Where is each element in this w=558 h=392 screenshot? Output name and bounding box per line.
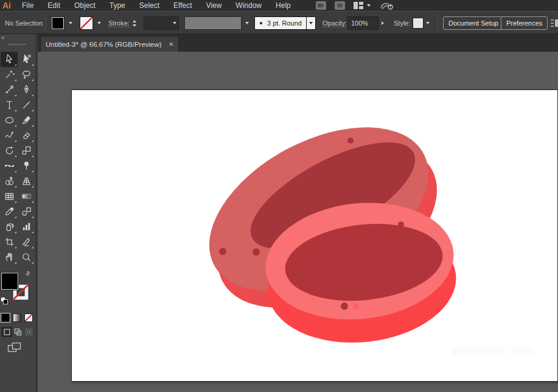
tool-mesh[interactable] [1, 189, 18, 204]
tool-magic-wand[interactable] [1, 67, 18, 82]
opacity-expand-button[interactable] [378, 16, 386, 30]
none-diagonal-icon [80, 17, 92, 29]
preferences-button[interactable]: Preferences [501, 16, 548, 30]
opacity-field[interactable]: 100% [347, 16, 378, 30]
menu-item-type[interactable]: Type [110, 1, 125, 10]
color-mode-button[interactable] [1, 313, 10, 322]
app-logo: Ai [2, 1, 18, 10]
tool-column-graph[interactable] [18, 219, 35, 234]
flyout-indicator [32, 201, 33, 203]
stroke-color-dropdown[interactable] [95, 16, 103, 30]
front-blood-cell-dot[interactable] [398, 222, 404, 228]
tool-shape-builder[interactable] [1, 173, 18, 189]
brush-dropdown-chevron[interactable] [307, 16, 316, 30]
blood-cells-artwork[interactable] [72, 90, 558, 382]
width-profile-dropdown[interactable] [184, 16, 242, 30]
draw-normal-button[interactable] [1, 327, 12, 337]
tool-selection[interactable] [1, 52, 18, 67]
none-diagonal-icon [24, 313, 33, 322]
tool-eraser[interactable] [18, 128, 35, 143]
tool-line-segment[interactable] [18, 97, 35, 113]
tool-lasso[interactable] [18, 67, 35, 82]
workspace-switcher[interactable] [354, 2, 371, 9]
menu-item-help[interactable]: Help [276, 1, 291, 10]
tool-blend[interactable] [18, 204, 35, 219]
tool-perspective-grid[interactable] [18, 173, 35, 189]
fill-swatch-control[interactable] [1, 273, 18, 290]
sync-settings-button[interactable] [379, 1, 394, 10]
panel-drag-grip[interactable] [9, 44, 26, 46]
tool-hand[interactable] [1, 250, 18, 265]
menu-item-file[interactable]: File [22, 1, 33, 10]
stroke-weight-field[interactable] [144, 16, 179, 30]
curvature-tool-icon [21, 84, 32, 96]
menu-item-select[interactable]: Select [139, 1, 159, 10]
chevron-down-icon [69, 22, 72, 24]
selection-tool-icon [4, 54, 15, 65]
brush-name: 3 pt. Round [267, 19, 302, 27]
tool-gradient[interactable] [18, 189, 35, 204]
back-blood-cell-dot[interactable] [347, 138, 354, 144]
menu-item-edit[interactable]: Edit [47, 1, 60, 10]
tool-symbol-sprayer[interactable] [1, 219, 18, 234]
line-segment-tool-icon [21, 99, 32, 111]
back-blood-cell-dot[interactable] [253, 248, 260, 256]
front-blood-cell-dot[interactable] [341, 303, 348, 310]
stroke-color-swatch[interactable] [80, 16, 93, 30]
tool-width[interactable] [1, 158, 18, 173]
tool-zoom[interactable] [18, 250, 35, 265]
back-blood-cell-dot[interactable] [219, 248, 226, 255]
opacity-label[interactable]: Opacity: [323, 19, 347, 27]
tool-scale[interactable] [18, 143, 35, 158]
stroke-weight-label[interactable]: Stroke: [108, 19, 130, 27]
tool-artboard[interactable] [1, 234, 18, 250]
swirl-power-icon [379, 1, 394, 10]
bridge-button[interactable]: Br [316, 1, 326, 10]
fill-color-swatch[interactable] [51, 16, 65, 30]
draw-behind-button[interactable] [12, 327, 23, 337]
style-dropdown-chevron[interactable] [424, 16, 431, 30]
front-blood-cell-dot[interactable] [353, 304, 359, 310]
style-swatch[interactable] [413, 18, 424, 29]
none-mode-button[interactable] [24, 313, 33, 322]
document-setup-button[interactable]: Document Setup [443, 16, 504, 30]
rotate-tool-icon [4, 145, 15, 156]
tool-pen[interactable] [1, 82, 18, 97]
gradient-mode-button[interactable] [13, 313, 21, 322]
style-label: Style: [394, 19, 411, 27]
scale-tool-icon [21, 145, 32, 156]
document-tab[interactable]: Untitled-3* @ 66.67% (RGB/Preview) × [40, 36, 179, 52]
tool-rotate[interactable] [1, 143, 18, 158]
pasteboard[interactable] [38, 52, 558, 392]
width-profile-chevron[interactable] [243, 16, 251, 30]
swap-fill-stroke-icon[interactable]: ⇄ [24, 270, 32, 277]
tool-ellipse[interactable] [1, 113, 18, 128]
menu-item-effect[interactable]: Effect [173, 1, 192, 10]
screen-mode-button[interactable] [7, 342, 22, 356]
tool-puppet-warp[interactable] [18, 158, 35, 173]
panel-collapse-chevron[interactable]: « [1, 34, 5, 41]
tool-curvature[interactable] [18, 82, 35, 97]
tab-close-button[interactable]: × [169, 41, 173, 47]
panel-dock-icon-partial[interactable] [549, 18, 558, 28]
menu-item-window[interactable]: Window [235, 1, 262, 10]
fill-color-dropdown[interactable] [66, 16, 74, 30]
tool-paintbrush[interactable] [18, 113, 35, 128]
tool-type[interactable] [1, 97, 18, 113]
default-fill-stroke-icon[interactable] [1, 297, 8, 304]
artboard-canvas[interactable] [71, 89, 558, 382]
menu-item-object[interactable]: Object [74, 1, 96, 10]
watermark [452, 348, 503, 355]
control-bar: No Selection Stroke: [0, 11, 558, 34]
tool-shaper[interactable] [1, 128, 18, 143]
brush-definition-dropdown[interactable]: 3 pt. Round [254, 16, 307, 30]
tool-slice[interactable] [18, 234, 35, 250]
stock-button[interactable]: St [335, 1, 345, 10]
flyout-indicator [32, 186, 33, 187]
stroke-weight-stepper[interactable] [133, 20, 136, 27]
magic-wand-tool-icon [4, 69, 15, 80]
tool-eyedropper[interactable] [1, 204, 18, 219]
tool-direct-selection[interactable] [18, 52, 35, 67]
menu-item-view[interactable]: View [206, 1, 222, 10]
draw-inside-button[interactable] [23, 327, 34, 337]
